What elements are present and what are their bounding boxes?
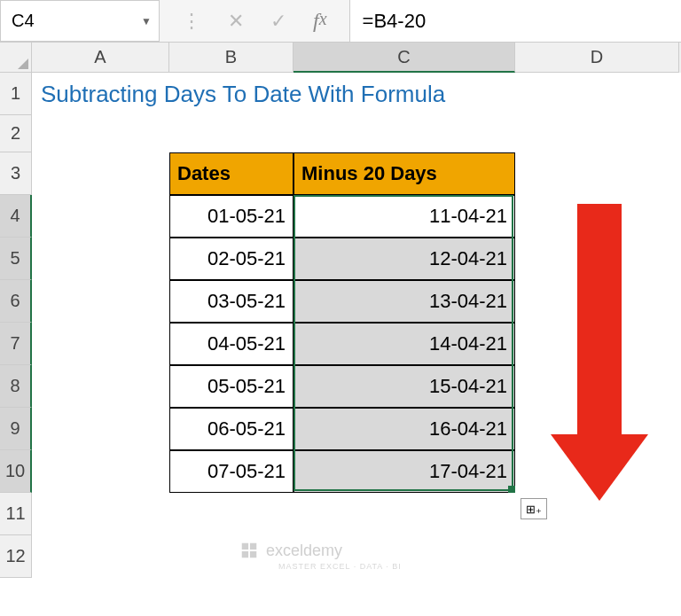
formula-input[interactable]	[349, 0, 681, 42]
cell-date-5[interactable]: 06-05-21	[169, 408, 294, 450]
row-header-10[interactable]: 10	[0, 450, 32, 493]
spreadsheet-grid: 123456789101112 ABCD Subtracting Days To…	[0, 43, 681, 616]
cell-date-2[interactable]: 03-05-21	[169, 280, 294, 323]
title-cell[interactable]: Subtracting Days To Date With Formula	[32, 73, 564, 115]
watermark-subtitle: MASTER EXCEL · DATA · BI	[278, 562, 402, 571]
row-header-2[interactable]: 2	[0, 115, 32, 152]
enter-icon[interactable]: ✓	[270, 10, 286, 33]
name-box-value: C4	[12, 11, 35, 31]
fx-icon[interactable]: fx	[313, 9, 327, 33]
column-headers: ABCD	[32, 43, 681, 73]
red-arrow-annotation	[577, 204, 648, 501]
row-header-7[interactable]: 7	[0, 323, 32, 365]
column-header-C[interactable]: C	[294, 43, 515, 73]
select-all-corner[interactable]	[0, 43, 32, 73]
row-header-1[interactable]: 1	[0, 73, 32, 115]
cell-date-0[interactable]: 01-05-21	[169, 195, 294, 238]
cell-minus-2[interactable]: 13-04-21	[294, 280, 515, 323]
cell-date-6[interactable]: 07-05-21	[169, 450, 294, 493]
header-minus[interactable]: Minus 20 Days	[294, 152, 515, 195]
cell-date-3[interactable]: 04-05-21	[169, 323, 294, 365]
row-header-9[interactable]: 9	[0, 408, 32, 450]
column-header-D[interactable]: D	[515, 43, 679, 73]
header-dates[interactable]: Dates	[169, 152, 294, 195]
row-header-11[interactable]: 11	[0, 493, 32, 535]
cell-minus-6[interactable]: 17-04-21	[294, 450, 515, 493]
row-header-4[interactable]: 4	[0, 195, 32, 238]
cell-minus-0[interactable]: 11-04-21	[294, 195, 515, 238]
row-header-6[interactable]: 6	[0, 280, 32, 323]
column-header-B[interactable]: B	[169, 43, 294, 73]
formula-bar: C4 ▼ ⋮ ✕ ✓ fx	[0, 0, 681, 43]
name-box[interactable]: C4 ▼	[0, 0, 160, 42]
cell-date-4[interactable]: 05-05-21	[169, 365, 294, 408]
row-header-3[interactable]: 3	[0, 152, 32, 195]
watermark-text: exceldemy	[266, 542, 342, 560]
cancel-icon[interactable]: ✕	[228, 10, 244, 33]
cell-date-1[interactable]: 02-05-21	[169, 238, 294, 280]
cell-minus-1[interactable]: 12-04-21	[294, 238, 515, 280]
row-headers: 123456789101112	[0, 73, 32, 578]
name-box-dropdown-icon[interactable]: ▼	[141, 15, 152, 27]
cell-minus-3[interactable]: 14-04-21	[294, 323, 515, 365]
dots-icon: ⋮	[182, 10, 201, 33]
autofill-options-button[interactable]: ⊞₊	[521, 498, 547, 519]
row-header-12[interactable]: 12	[0, 535, 32, 578]
watermark: exceldemy	[239, 541, 342, 560]
cell-minus-4[interactable]: 15-04-21	[294, 365, 515, 408]
cell-minus-5[interactable]: 16-04-21	[294, 408, 515, 450]
column-header-A[interactable]: A	[32, 43, 169, 73]
row-header-8[interactable]: 8	[0, 365, 32, 408]
row-header-5[interactable]: 5	[0, 238, 32, 280]
formula-bar-buttons: ⋮ ✕ ✓ fx	[160, 9, 349, 33]
